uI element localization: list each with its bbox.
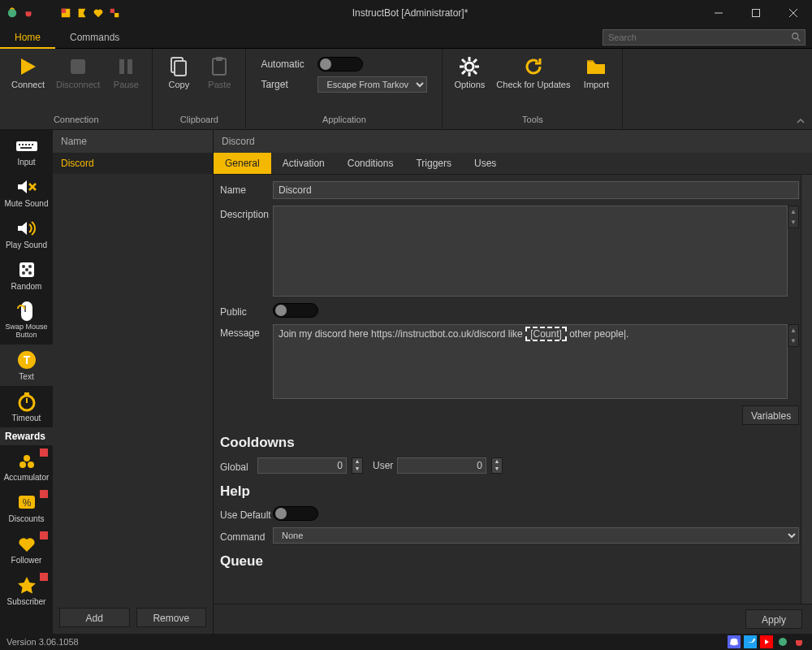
queue-heading: Queue: [220, 553, 799, 570]
accumulator-icon: [15, 450, 39, 471]
sidebar-item-timeout[interactable]: Timeout: [0, 386, 53, 427]
play-icon: [16, 55, 39, 78]
tab-triggers[interactable]: Triggers: [404, 153, 463, 174]
tab-commands[interactable]: Commands: [55, 26, 134, 49]
tab-uses[interactable]: Uses: [463, 153, 508, 174]
add-button[interactable]: Add: [59, 608, 130, 627]
user-cooldown-input[interactable]: [397, 457, 486, 474]
name-list-header: Name: [53, 130, 213, 153]
svg-rect-29: [22, 144, 24, 145]
close-button[interactable]: [775, 0, 812, 26]
sidebar-item-follower[interactable]: Follower: [0, 528, 53, 570]
svg-line-26: [462, 71, 465, 74]
tab-conditions[interactable]: Conditions: [336, 153, 405, 174]
sidebar-item-discounts[interactable]: % Discounts: [0, 487, 53, 528]
sidebar-item-subscriber[interactable]: Subscriber: [0, 570, 53, 611]
global-spinner[interactable]: ▲▼: [352, 457, 363, 474]
command-select[interactable]: None: [273, 527, 799, 544]
svg-point-41: [28, 271, 32, 275]
message-field[interactable]: Join my discord here https://instructbot…: [273, 324, 788, 399]
target-select[interactable]: Escape From Tarkov: [317, 76, 427, 93]
tab-general[interactable]: General: [214, 153, 271, 174]
svg-rect-13: [127, 59, 132, 74]
menu-bar: Home Commands: [0, 26, 812, 49]
percent-icon: %: [15, 492, 39, 513]
maximize-button[interactable]: [737, 0, 775, 26]
svg-text:%: %: [22, 497, 31, 509]
search-input[interactable]: [603, 29, 806, 46]
version-label: Version 3.06.1058: [6, 637, 79, 647]
automatic-label: Automatic: [261, 58, 309, 70]
svg-rect-2: [62, 9, 66, 13]
ribbon-label-clipboard: Clipboard: [180, 113, 218, 126]
sidebar-item-input[interactable]: Input: [0, 130, 53, 171]
text-icon: T: [15, 349, 39, 370]
sidebar-item-accumulator[interactable]: Accumulator: [0, 445, 53, 487]
heart-icon: [15, 533, 39, 554]
pause-icon: [114, 55, 137, 78]
svg-rect-28: [19, 144, 20, 145]
star-icon: [15, 574, 39, 596]
check-updates-button[interactable]: Check for Updates: [491, 52, 575, 93]
quick-icon-2[interactable]: [76, 7, 88, 19]
app-icon: [6, 7, 18, 19]
sound-icon: [15, 218, 39, 239]
quick-icon-3[interactable]: [93, 7, 104, 19]
help-heading: Help: [220, 483, 799, 500]
target-label: Target: [261, 79, 309, 90]
copy-icon: [167, 55, 190, 78]
pause-button[interactable]: Pause: [106, 52, 145, 93]
svg-line-24: [473, 71, 477, 74]
badge-dot: [40, 573, 48, 581]
editor-header: Discord: [214, 130, 812, 153]
plug-status-icon[interactable]: [793, 635, 806, 648]
options-button[interactable]: Options: [449, 52, 490, 93]
name-field[interactable]: [273, 181, 799, 199]
paste-button[interactable]: Paste: [200, 52, 239, 93]
sidebar-item-mute-sound[interactable]: Mute Sound: [0, 171, 53, 213]
ribbon-collapse-button[interactable]: [796, 116, 806, 126]
status-bar: Version 3.06.1058: [0, 634, 812, 650]
description-scrollbar[interactable]: ▲▼: [788, 206, 799, 228]
tab-home[interactable]: Home: [0, 26, 55, 49]
global-cooldown-input[interactable]: [257, 457, 347, 474]
minimize-button[interactable]: [700, 0, 737, 26]
app-status-icon[interactable]: [776, 635, 789, 648]
connect-button[interactable]: Connect: [6, 52, 50, 93]
copy-button[interactable]: Copy: [159, 52, 198, 93]
message-label: Message: [220, 324, 273, 339]
twitter-icon[interactable]: [744, 635, 757, 648]
public-toggle[interactable]: [273, 303, 318, 318]
variables-button[interactable]: Variables: [742, 405, 799, 425]
tab-activation[interactable]: Activation: [271, 153, 336, 174]
ribbon-group-application: Automatic Target Escape From Tarkov Appl…: [246, 49, 443, 129]
svg-point-39: [25, 268, 28, 271]
youtube-icon[interactable]: [760, 635, 773, 648]
quick-icon-4[interactable]: [109, 7, 120, 19]
description-field[interactable]: [273, 206, 788, 297]
apply-button[interactable]: Apply: [745, 609, 802, 629]
use-default-toggle[interactable]: [273, 506, 318, 521]
automatic-toggle[interactable]: [317, 57, 363, 72]
svg-rect-11: [71, 59, 85, 74]
stopwatch-icon: [15, 391, 39, 412]
global-label: Global: [220, 458, 253, 473]
user-spinner[interactable]: ▲▼: [491, 457, 503, 474]
cooldowns-heading: Cooldowns: [220, 435, 799, 451]
quick-icon-1[interactable]: [60, 7, 71, 19]
import-button[interactable]: Import: [577, 52, 615, 93]
name-list-item[interactable]: Discord: [53, 153, 213, 174]
sidebar-item-play-sound[interactable]: Play Sound: [0, 213, 53, 254]
svg-rect-32: [32, 144, 33, 145]
editor-scrollbar[interactable]: [801, 175, 812, 604]
message-scrollbar[interactable]: ▲▼: [788, 324, 799, 347]
discord-icon[interactable]: [728, 635, 741, 648]
sidebar-item-random[interactable]: Random: [0, 254, 53, 296]
disconnect-button[interactable]: Disconnect: [51, 52, 105, 93]
sidebar-item-text[interactable]: T Text: [0, 344, 53, 386]
remove-button[interactable]: Remove: [136, 608, 207, 627]
mute-icon: [15, 176, 39, 197]
editor-panel: Discord General Activation Conditions Tr…: [214, 130, 812, 634]
sidebar-item-swap-mouse[interactable]: Swap Mouse Button: [0, 296, 53, 344]
svg-rect-4: [114, 13, 119, 17]
